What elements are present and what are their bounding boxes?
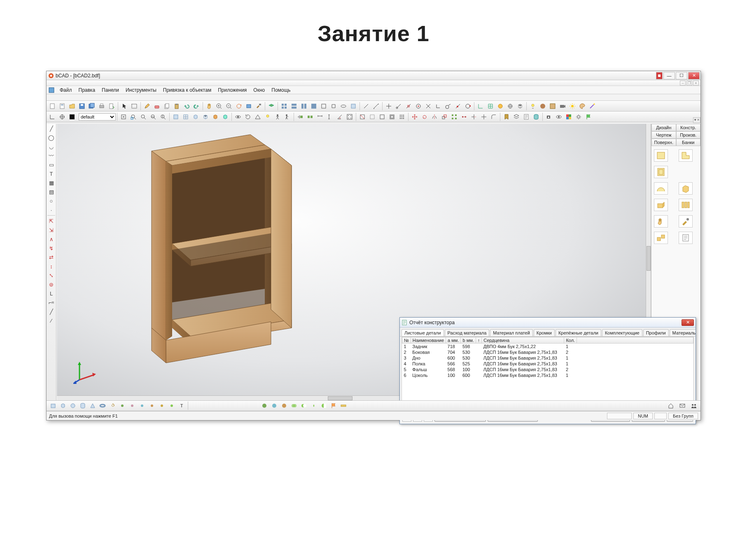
zoom-out-icon[interactable] bbox=[224, 102, 233, 111]
paste-icon[interactable] bbox=[172, 102, 181, 111]
flag-icon[interactable] bbox=[584, 112, 593, 121]
b-g5-icon[interactable] bbox=[157, 401, 166, 410]
rp-tools-icon[interactable] bbox=[679, 215, 693, 228]
cube-view3-icon[interactable] bbox=[191, 112, 200, 121]
material-icon[interactable] bbox=[538, 102, 547, 111]
rp-report-icon[interactable] bbox=[679, 232, 693, 244]
rp-tab-drawing[interactable]: Чертеж bbox=[651, 131, 676, 139]
trim-icon[interactable] bbox=[469, 112, 479, 121]
color-icon[interactable] bbox=[564, 112, 573, 121]
dim2-icon[interactable] bbox=[325, 112, 334, 121]
rp-tab-banks[interactable]: Банки bbox=[676, 139, 701, 146]
b-sphere-icon[interactable] bbox=[68, 401, 77, 410]
snap-int-icon[interactable] bbox=[424, 102, 433, 111]
move-icon[interactable] bbox=[410, 112, 419, 121]
b-torus-icon[interactable] bbox=[98, 401, 107, 410]
b-sub-icon[interactable] bbox=[299, 401, 308, 410]
snap-quad-icon[interactable] bbox=[463, 102, 472, 111]
b-g1-icon[interactable] bbox=[118, 401, 127, 410]
cube-shaded-icon[interactable] bbox=[211, 112, 220, 121]
border1-icon[interactable] bbox=[368, 112, 377, 121]
menu-edit[interactable]: Правка bbox=[75, 87, 99, 93]
col-num[interactable]: № bbox=[402, 337, 411, 344]
menu-apps[interactable]: Приложения bbox=[215, 87, 250, 93]
cube-view1-icon[interactable] bbox=[171, 112, 180, 121]
menu-file[interactable]: Файл bbox=[56, 87, 75, 93]
b-ruler-icon[interactable] bbox=[339, 401, 348, 410]
view-iso-icon[interactable] bbox=[349, 102, 358, 111]
target-icon[interactable] bbox=[58, 112, 67, 121]
dim-a-icon[interactable]: ⇱ bbox=[47, 216, 56, 225]
dim-c-icon[interactable]: ∧ bbox=[47, 235, 56, 244]
cube-edge-icon[interactable] bbox=[221, 112, 230, 121]
ortho-icon[interactable] bbox=[476, 102, 485, 111]
minimize-button[interactable]: — bbox=[663, 72, 675, 79]
fillet-icon[interactable] bbox=[489, 112, 498, 121]
crosshair-icon[interactable] bbox=[384, 102, 393, 111]
palette-icon[interactable] bbox=[578, 102, 587, 111]
align2-icon[interactable] bbox=[306, 112, 315, 121]
menu-panels[interactable]: Панели bbox=[98, 87, 122, 93]
grid1-icon[interactable] bbox=[280, 102, 289, 111]
gear-icon[interactable] bbox=[574, 112, 583, 121]
saveall-icon[interactable] bbox=[87, 102, 96, 111]
snap-near-icon[interactable] bbox=[453, 102, 462, 111]
circle-tool-icon[interactable]: ◯ bbox=[47, 133, 56, 142]
edge-r-icon[interactable]: ⌐R bbox=[47, 298, 56, 307]
b-spiral-icon[interactable] bbox=[108, 401, 117, 410]
open-icon[interactable] bbox=[68, 102, 77, 111]
region-tool-icon[interactable]: ▧ bbox=[47, 187, 56, 196]
text-tool-icon[interactable]: T bbox=[47, 169, 56, 178]
grid-icon[interactable] bbox=[486, 102, 495, 111]
layer-icon[interactable] bbox=[267, 102, 276, 111]
rp-curve-icon[interactable] bbox=[654, 182, 668, 195]
dim-b-icon[interactable]: ⇲ bbox=[47, 225, 56, 235]
b-t-icon[interactable]: T bbox=[177, 401, 186, 410]
wand-icon[interactable] bbox=[588, 102, 597, 111]
b-sph3-icon[interactable] bbox=[280, 401, 289, 410]
rotate-view-icon[interactable] bbox=[234, 102, 243, 111]
users-icon[interactable] bbox=[689, 401, 698, 410]
snapgrid-icon[interactable] bbox=[345, 112, 354, 121]
cube-icon[interactable] bbox=[516, 102, 525, 111]
rp-box1-icon[interactable] bbox=[679, 182, 693, 195]
rp-tab-prod[interactable]: Произв. bbox=[676, 131, 701, 139]
rp-extrude-icon[interactable] bbox=[654, 199, 668, 211]
red5-icon[interactable]: ⊚ bbox=[47, 280, 56, 289]
snap-mid-icon[interactable] bbox=[404, 102, 413, 111]
b-g6-icon[interactable] bbox=[167, 401, 176, 410]
red2-icon[interactable]: ⇄ bbox=[47, 253, 56, 262]
render-icon[interactable] bbox=[244, 102, 253, 111]
shade-icon[interactable] bbox=[496, 102, 505, 111]
layer-select[interactable]: default bbox=[79, 113, 116, 121]
menu-help[interactable]: Помощь bbox=[268, 87, 294, 93]
tab-sheet-parts[interactable]: Листовые детали bbox=[402, 329, 444, 336]
red4-icon[interactable]: ⤡ bbox=[47, 271, 56, 280]
arc-tool-icon[interactable]: ◡ bbox=[47, 142, 56, 151]
rp-tab-surface[interactable]: Поверхн. bbox=[651, 139, 676, 146]
b-cut-icon[interactable] bbox=[319, 401, 328, 410]
zoom-window-icon[interactable] bbox=[129, 112, 138, 121]
zoom-prev-icon[interactable] bbox=[149, 112, 158, 121]
zoom-scale-icon[interactable] bbox=[159, 112, 168, 121]
b-flag2-icon[interactable] bbox=[329, 401, 338, 410]
eye-icon[interactable] bbox=[554, 112, 563, 121]
snap-end-icon[interactable] bbox=[394, 102, 403, 111]
snap-tan-icon[interactable] bbox=[444, 102, 453, 111]
border2-icon[interactable] bbox=[378, 112, 387, 121]
b-g2-icon[interactable] bbox=[128, 401, 137, 410]
ellipse-tool-icon[interactable]: ○ bbox=[47, 196, 56, 205]
col-sort[interactable]: ↑ bbox=[476, 337, 482, 344]
line-icon[interactable] bbox=[362, 102, 371, 111]
hammer-icon[interactable] bbox=[254, 102, 263, 111]
print-icon[interactable] bbox=[97, 102, 106, 111]
tab-materials[interactable]: Материалы и bbox=[670, 329, 696, 336]
tab-material-usage[interactable]: Расход материала bbox=[445, 329, 490, 336]
tab-edges[interactable]: Кромки bbox=[534, 329, 555, 336]
persp-icon[interactable] bbox=[253, 112, 262, 121]
grid3-icon[interactable] bbox=[299, 102, 308, 111]
spline-tool-icon[interactable]: 〰 bbox=[47, 151, 56, 160]
table-row[interactable]: 3Дно600530ЛДСП 16мм Бук Бавария 2,75х1,8… bbox=[402, 355, 693, 361]
mdi-close-icon[interactable]: × bbox=[693, 81, 699, 86]
report-table[interactable]: № Наименование a мм. b мм. ↑ Сердцевина … bbox=[402, 337, 694, 411]
